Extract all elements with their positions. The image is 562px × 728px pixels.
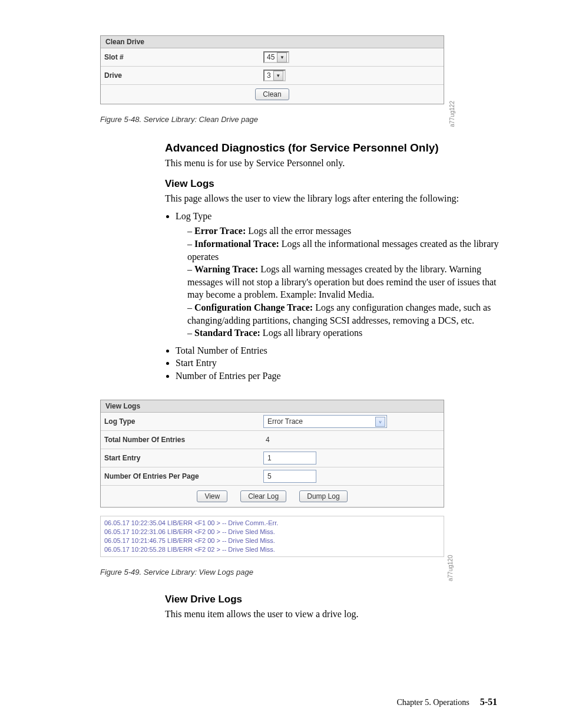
log-line: 06.05.17 10:22:31.06 LIB/ERR <F2 00 > --… <box>104 528 440 536</box>
advanced-diagnostics-text: This menu is for use by Service Personne… <box>165 157 509 170</box>
clean-drive-panel: Clean Drive Slot # 45 ▼ Drive 3 ▼ Clean <box>100 35 444 104</box>
view-logs-heading: View Logs <box>165 177 509 191</box>
log-type-value: Error Trace <box>267 417 303 426</box>
li-warning-trace: Warning Trace: Logs all warning messages… <box>187 263 509 301</box>
drive-value: 3 <box>267 71 271 80</box>
entries-per-page-label: Number Of Entries Per Page <box>104 472 263 480</box>
footer-page-number: 5-51 <box>480 697 497 707</box>
page-footer: Chapter 5. Operations 5-51 <box>35 697 509 707</box>
dropdown-arrow-icon: ▼ <box>273 71 283 81</box>
view-logs-panel: View Logs Log Type Error Trace v Total N… <box>100 400 444 508</box>
clear-log-button[interactable]: Clear Log <box>240 490 286 502</box>
total-entries-value: 4 <box>263 436 270 444</box>
footer-chapter: Chapter 5. Operations <box>396 698 469 707</box>
figure-code: a77ug120 <box>447 555 455 582</box>
li-info-trace: Informational Trace: Logs all the inform… <box>187 238 509 263</box>
li-entries-per-page: Number of Entries per Page <box>176 370 509 383</box>
log-type-label: Log Type <box>104 417 263 426</box>
view-logs-title: View Logs <box>101 400 444 413</box>
start-entry-label: Start Entry <box>104 454 263 462</box>
log-line: 06.05.17 10:20:55.28 LIB/ERR <F2 02 > --… <box>104 545 440 554</box>
slot-label: Slot # <box>104 53 263 61</box>
dropdown-arrow-icon: v <box>375 417 385 427</box>
clean-drive-title: Clean Drive <box>101 36 444 48</box>
li-error-trace: Error Trace: Logs all the error messages <box>187 225 509 238</box>
view-button[interactable]: View <box>197 490 227 502</box>
li-log-type: Log Type Error Trace: Logs all the error… <box>176 210 509 340</box>
clean-button[interactable]: Clean <box>255 88 289 100</box>
drive-label: Drive <box>104 71 263 80</box>
log-type-select[interactable]: Error Trace v <box>263 415 387 428</box>
figure-code: a77ug122 <box>448 101 455 127</box>
li-start-entry: Start Entry <box>176 357 509 370</box>
drive-select[interactable]: 3 ▼ <box>263 70 286 81</box>
entries-per-page-input[interactable]: 5 <box>263 470 316 483</box>
view-drive-logs-text: This menu item allows the user to view a… <box>165 608 509 621</box>
li-standard-trace: Standard Trace: Logs all library operati… <box>187 327 509 340</box>
slot-value: 45 <box>267 53 275 61</box>
figure-48-caption: Figure 5-48. Service Library: Clean Driv… <box>100 115 509 124</box>
li-config-trace: Configuration Change Trace: Logs any con… <box>187 301 509 327</box>
dropdown-arrow-icon: ▼ <box>277 52 287 62</box>
view-logs-intro: This page allows the user to view the li… <box>165 192 509 205</box>
advanced-diagnostics-heading: Advanced Diagnostics (for Service Person… <box>165 140 509 156</box>
start-entry-input[interactable]: 1 <box>263 452 316 465</box>
log-output-box: 06.05.17 10:22:35.04 LIB/ERR <F1 00 > --… <box>100 516 444 556</box>
total-entries-label: Total Number Of Entries <box>104 436 263 444</box>
dump-log-button[interactable]: Dump Log <box>299 490 347 502</box>
log-line: 06.05.17 10:22:35.04 LIB/ERR <F1 00 > --… <box>104 519 440 528</box>
log-line: 06.05.17 10:21:46.75 LIB/ERR <F2 00 > --… <box>104 536 440 545</box>
view-drive-logs-heading: View Drive Logs <box>165 593 509 607</box>
slot-select[interactable]: 45 ▼ <box>263 51 289 63</box>
li-total-entries: Total Number of Entries <box>176 344 509 357</box>
